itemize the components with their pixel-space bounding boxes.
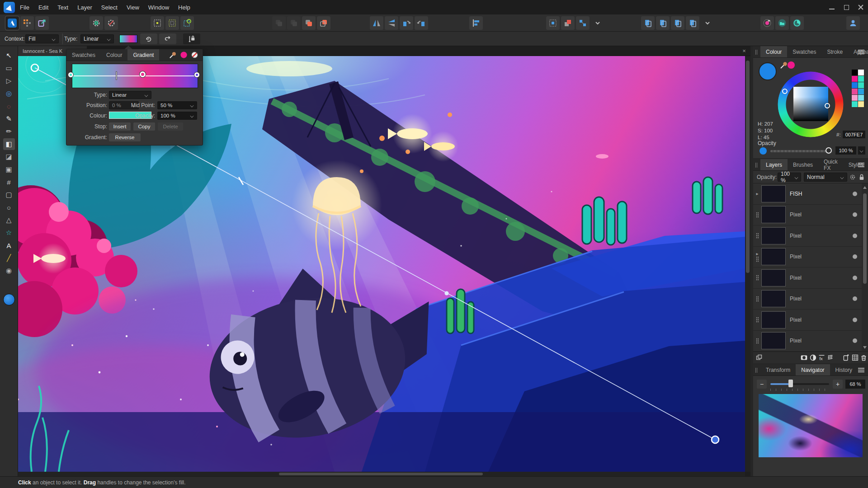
colour-panel-tab-stroke[interactable]: Stroke [821,46,848,57]
snap-shape-button[interactable] [180,16,194,30]
alignment-button[interactable] [469,16,483,30]
panel-drag-handle[interactable] [755,163,757,168]
zoom-slider-thumb[interactable] [788,380,793,387]
current-colour-circle[interactable] [759,62,777,80]
artboard-tool[interactable]: ▭ [3,62,15,74]
opacity-value[interactable]: 100 % [835,146,856,155]
insert-behind-button[interactable] [546,16,560,30]
snap-grid-button[interactable] [151,16,164,30]
pen-tool[interactable]: ✎ [3,113,15,125]
swatch-4[interactable] [852,82,858,88]
colour-picker-tool[interactable]: ◉ [3,265,15,277]
zoom-value[interactable]: 68 % [845,380,865,389]
polygon-tool[interactable]: △ [3,214,15,226]
opacity-slider[interactable] [770,150,829,152]
scroll-up-icon[interactable] [863,186,867,189]
gradient-type-dropdown[interactable]: Linear [80,34,114,43]
gradient-preview-swatch[interactable] [119,35,137,43]
drag-handle-icon[interactable] [756,256,759,262]
horizontal-scrollbar[interactable] [18,472,745,476]
layer-thumbnail[interactable] [761,227,786,244]
expand-icon[interactable]: ▸ [756,251,758,256]
layer-row-pixel[interactable]: Pixel [753,205,862,226]
snapshot-button[interactable] [760,16,774,30]
expand-icon[interactable]: ▸ [756,191,758,196]
swatch-9[interactable] [858,95,864,101]
menu-item-file[interactable]: File [20,4,29,11]
colour-panel-tab-swatches[interactable]: Swatches [787,46,821,57]
swatch-0[interactable] [852,70,858,75]
zoom-in-button[interactable]: + [833,380,843,389]
reverse-gradient-button[interactable]: Reverse [109,133,141,141]
gradient-stop-start[interactable] [68,72,73,77]
layer-visibility-dot[interactable] [853,254,857,259]
layer-thumbnail[interactable] [761,311,786,328]
layer-visibility-dot[interactable] [853,276,857,280]
move-tool[interactable]: ↖ [3,50,15,61]
transform-objects-separately-button[interactable] [671,16,684,30]
contour-tool[interactable]: ◌ [3,100,15,112]
layer-visibility-dot[interactable] [853,234,857,238]
maintain-fill-aspect-button[interactable] [183,33,200,44]
layer-row-fish[interactable]: ▸FISH [753,183,862,205]
ellipse-tool[interactable]: ○ [3,202,15,213]
designer-persona-button[interactable] [5,16,19,30]
drag-handle-icon[interactable] [756,296,759,302]
sl-marker[interactable] [825,103,830,108]
star-tool[interactable]: ☆ [3,227,15,239]
layer-row-pixel[interactable]: Pixel [753,289,862,310]
layer-visibility-dot[interactable] [853,338,857,343]
gradient-end-handle[interactable] [712,436,719,443]
insert-on-top-button[interactable] [576,16,590,30]
snap-candidates-button[interactable] [165,16,179,30]
new-layer-button[interactable] [842,353,850,362]
pixel-persona-button[interactable] [20,16,34,30]
boolean-add-button[interactable] [302,16,316,30]
boolean-intersect-button[interactable] [287,16,301,30]
swatch-11[interactable] [858,101,864,107]
nav-panel-tab-transform[interactable]: Transform [760,364,796,375]
gradient-stop-handle[interactable] [445,291,449,296]
text-tool[interactable]: A [3,239,15,251]
layer-thumbnail[interactable] [761,332,786,349]
hue-marker[interactable] [782,89,788,94]
reverse-gradient-button[interactable] [159,33,176,44]
rotate-gradient-button[interactable] [140,33,157,44]
export-persona-button[interactable] [35,16,49,30]
gradient-popup-tab-colour[interactable]: Colour [101,49,127,61]
layers-scrollbar-thumb[interactable] [863,193,867,284]
flip-vertical-button[interactable] [385,16,398,30]
gradient-stop-selected[interactable] [140,71,146,77]
gradient-popup-tab-swatches[interactable]: Swatches [66,49,101,61]
layer-effects-button[interactable]: fx [817,353,826,362]
gear-disabled-button[interactable] [104,16,118,30]
minimize-icon[interactable] [829,5,835,10]
flip-horizontal-button[interactable] [370,16,383,30]
vertical-scrollbar-thumb[interactable] [746,61,750,273]
delete-stop-button[interactable]: Delete [158,122,183,131]
node-tool[interactable]: ▷ [3,75,15,87]
blend-mode-dropdown[interactable]: Normal [804,173,847,182]
account-button[interactable] [846,16,860,30]
panel-menu-icon[interactable] [858,368,864,372]
layer-thumbnail[interactable] [761,269,786,286]
layer-row-pixel[interactable]: Pixel [753,225,862,247]
mask-layer-button[interactable] [800,353,808,362]
opacity-slider-thumb[interactable] [826,147,832,154]
insert-stop-button[interactable]: Insert [109,122,131,131]
place-image-tool[interactable]: ▣ [3,164,15,175]
zoom-slider[interactable] [770,383,829,385]
pencil-tool[interactable]: ✏ [3,126,15,137]
fill-colour-chip[interactable] [3,294,15,305]
layers-opacity-dropdown[interactable]: 100 % [778,173,801,182]
blend-options-gear-icon[interactable] [849,174,856,181]
drag-handle-icon[interactable] [756,338,759,344]
menu-item-window[interactable]: Window [148,4,169,11]
rotate-cw-button[interactable] [415,16,428,30]
hex-input[interactable]: 007FE7 [843,131,865,138]
adjustment-layer-button[interactable] [809,353,817,362]
swatch-2[interactable] [852,76,858,82]
rotate-ccw-button[interactable] [400,16,413,30]
duplicate-layer-button[interactable] [755,353,764,362]
menu-item-help[interactable]: Help [178,4,190,11]
